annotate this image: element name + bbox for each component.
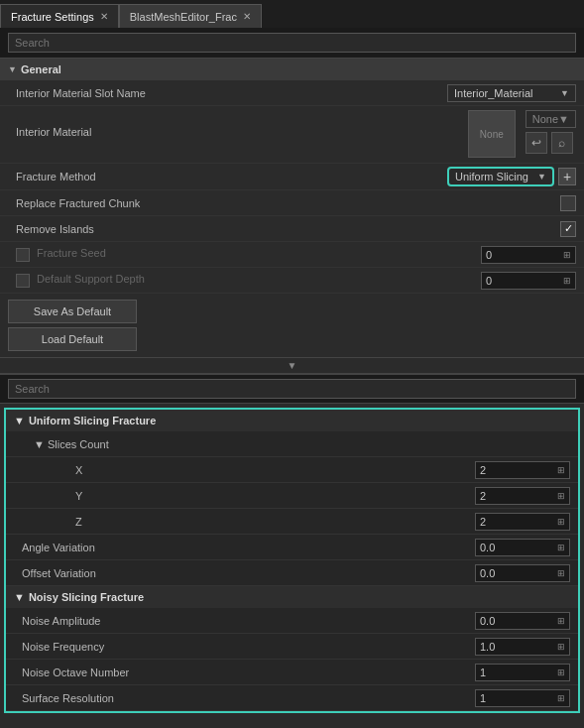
remove-islands-checkmark: ✓	[564, 222, 573, 235]
offset-variation-spinner: ⊞	[557, 568, 565, 578]
material-back-button[interactable]: ↩	[526, 132, 547, 154]
remove-islands-row: Remove Islands ✓	[0, 216, 584, 242]
fracture-method-dropdown[interactable]: Uniform Slicing ▼	[447, 167, 554, 186]
fracture-seed-value: 0 ⊞	[447, 246, 576, 264]
noise-frequency-input[interactable]: 1.0 ⊞	[475, 638, 570, 656]
action-buttons-row: Save As Default Load Default	[0, 294, 584, 358]
x-spinner: ⊞	[557, 465, 565, 475]
surface-resolution-value: 1 ⊞	[441, 689, 570, 707]
remove-islands-checkbox[interactable]: ✓	[560, 221, 576, 237]
noise-amplitude-value: 0.0 ⊞	[441, 612, 570, 630]
material-dropdown-text: None	[532, 113, 558, 125]
interior-material-slot-row: Interior Material Slot Name Interior_Mat…	[0, 80, 584, 106]
x-input[interactable]: 2 ⊞	[475, 461, 570, 479]
surface-resolution-input[interactable]: 1 ⊞	[475, 689, 570, 707]
fracture-seed-checkbox[interactable]	[16, 248, 30, 262]
surface-resolution-number: 1	[480, 692, 486, 704]
remove-islands-label: Remove Islands	[8, 223, 447, 235]
fracture-seed-number: 0	[486, 249, 492, 261]
noise-octave-input[interactable]: 1 ⊞	[475, 664, 570, 681]
material-search-icon: ⌕	[558, 136, 565, 150]
noise-frequency-row: Noise Frequency 1.0 ⊞	[6, 634, 578, 660]
tab-bar: Fracture Settings ✕ BlastMeshEditor_Frac…	[0, 0, 584, 28]
angle-variation-row: Angle Variation 0.0 ⊞	[6, 535, 578, 560]
scroll-indicator: ▼	[0, 358, 584, 374]
x-label: X	[36, 464, 441, 476]
material-search-button[interactable]: ⌕	[551, 132, 573, 154]
noise-frequency-label: Noise Frequency	[14, 641, 441, 653]
tab-fracture-settings-label: Fracture Settings	[11, 11, 94, 23]
noise-amplitude-input[interactable]: 0.0 ⊞	[475, 612, 570, 630]
noise-frequency-value: 1.0 ⊞	[441, 638, 570, 656]
fracture-method-dropdown-arrow: ▼	[537, 172, 546, 182]
material-controls: None ▼ ↩ ⌕	[520, 110, 576, 154]
interior-material-slot-dropdown-text: Interior_Material	[454, 87, 532, 99]
replace-fractured-chunk-value	[447, 195, 576, 211]
surface-resolution-label: Surface Resolution	[14, 692, 441, 704]
default-support-depth-input[interactable]: 0 ⊞	[481, 272, 576, 290]
y-row: Y 2 ⊞	[6, 483, 578, 509]
noise-frequency-spinner: ⊞	[557, 642, 565, 652]
y-value: 2 ⊞	[441, 487, 570, 505]
noisy-slicing-header[interactable]: ▼ Noisy Slicing Fracture	[6, 586, 578, 608]
angle-variation-value: 0.0 ⊞	[441, 539, 570, 556]
y-spinner: ⊞	[557, 491, 565, 501]
x-row: X 2 ⊞	[6, 457, 578, 483]
noise-amplitude-spinner: ⊞	[557, 616, 565, 626]
interior-material-label: Interior Material	[8, 110, 468, 138]
offset-variation-label: Offset Variation	[14, 567, 441, 579]
uniform-slicing-header[interactable]: ▼ Uniform Slicing Fracture	[6, 410, 578, 431]
tab-fracture-settings[interactable]: Fracture Settings ✕	[0, 4, 119, 28]
y-input[interactable]: 2 ⊞	[475, 487, 570, 505]
scroll-down-arrow: ▼	[288, 360, 297, 371]
default-support-depth-label: Default Support Depth	[8, 273, 447, 287]
default-support-depth-spinner: ⊞	[563, 276, 571, 286]
noise-octave-number: 1	[480, 667, 486, 678]
offset-variation-input[interactable]: 0.0 ⊞	[475, 564, 570, 582]
replace-fractured-chunk-checkbox[interactable]	[560, 195, 576, 211]
y-number: 2	[480, 490, 486, 502]
material-icons-row: ↩ ⌕	[526, 132, 576, 154]
interior-material-slot-dropdown[interactable]: Interior_Material ▼	[447, 84, 576, 102]
save-as-default-button[interactable]: Save As Default	[8, 300, 137, 323]
search-input-top[interactable]	[8, 33, 576, 53]
material-preview-text: None	[480, 129, 504, 140]
tab-blast-mesh-editor[interactable]: BlastMeshEditor_Frac ✕	[119, 4, 262, 28]
uniform-slicing-section: ▼ Uniform Slicing Fracture ▼ Slices Coun…	[4, 408, 580, 713]
noise-frequency-number: 1.0	[480, 641, 495, 653]
search-bar-top	[0, 28, 584, 59]
search-input-bottom[interactable]	[8, 379, 576, 399]
replace-fractured-chunk-row: Replace Fractured Chunk	[0, 190, 584, 216]
angle-variation-input[interactable]: 0.0 ⊞	[475, 539, 570, 556]
tab-blast-mesh-editor-label: BlastMeshEditor_Frac	[130, 11, 237, 23]
default-support-depth-checkbox[interactable]	[16, 274, 30, 288]
tab-fracture-settings-close[interactable]: ✕	[100, 11, 108, 22]
fracture-seed-input[interactable]: 0 ⊞	[481, 246, 576, 264]
load-default-button[interactable]: Load Default	[8, 327, 137, 351]
default-support-depth-number: 0	[486, 275, 492, 287]
interior-material-slot-dropdown-arrow: ▼	[560, 88, 569, 98]
z-value: 2 ⊞	[441, 513, 570, 531]
material-back-icon: ↩	[531, 136, 541, 150]
fracture-seed-row: Fracture Seed 0 ⊞	[0, 242, 584, 268]
z-input[interactable]: 2 ⊞	[475, 513, 570, 531]
offset-variation-number: 0.0	[480, 567, 495, 579]
z-label: Z	[36, 516, 441, 528]
fracture-method-add-button[interactable]: +	[558, 168, 576, 185]
uniform-slicing-collapse-arrow: ▼	[14, 415, 25, 426]
material-none-dropdown[interactable]: None ▼	[526, 110, 576, 128]
default-support-depth-value: 0 ⊞	[447, 272, 576, 290]
fracture-seed-label: Fracture Seed	[8, 247, 447, 261]
noise-octave-row: Noise Octave Number 1 ⊞	[6, 660, 578, 685]
noisy-slicing-title: Noisy Slicing Fracture	[29, 591, 144, 603]
interior-material-slot-value: Interior_Material ▼	[447, 84, 576, 102]
x-value: 2 ⊞	[441, 461, 570, 479]
remove-islands-value: ✓	[447, 221, 576, 237]
general-section-header[interactable]: ▼ General	[0, 59, 584, 80]
interior-material-right: None None ▼ ↩ ⌕	[468, 110, 576, 158]
noise-octave-spinner: ⊞	[557, 667, 565, 677]
tab-blast-mesh-editor-close[interactable]: ✕	[243, 11, 251, 22]
fracture-seed-spinner: ⊞	[563, 250, 571, 260]
general-section: ▼ General Interior Material Slot Name In…	[0, 59, 584, 374]
z-row: Z 2 ⊞	[6, 509, 578, 535]
